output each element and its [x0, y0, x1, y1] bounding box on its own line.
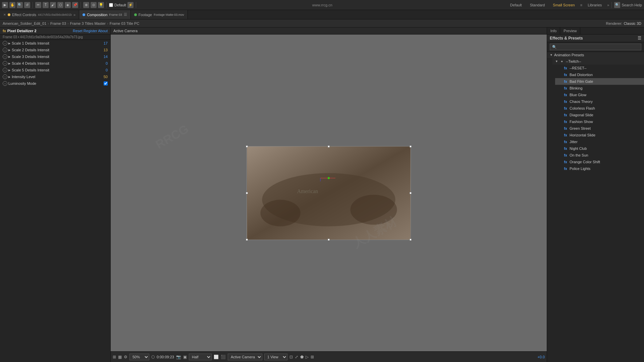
quality-select[interactable]: Half Full Quarter [189, 354, 212, 360]
tab-small-screen[interactable]: Small Screen [550, 2, 577, 8]
frame-icon[interactable]: ▣ [183, 355, 187, 359]
prop-scale5[interactable]: ○ ▶ Scale 5 Details Intensit 0 [0, 67, 110, 73]
twitch-group-header[interactable]: ▼ ✦ --Twitch-- [552, 58, 644, 65]
prop-value-intensity[interactable]: 50 [104, 75, 108, 79]
preset-bad-film-gate[interactable]: fx Bad Film Gate [555, 78, 644, 85]
zoom-tool-icon[interactable]: 🔍 [17, 2, 23, 8]
animation-presets-expand[interactable]: ▼ [550, 53, 553, 57]
camera-select[interactable]: Active Camera [228, 354, 262, 360]
camera-orbit-icon[interactable]: ⊙ [91, 2, 97, 8]
tab-footage[interactable]: Footage Footage Matte-03.mov [131, 10, 188, 19]
preset-blinking[interactable]: fx Blinking [555, 85, 644, 92]
grid-icon[interactable]: ▦ [118, 355, 122, 359]
preview-icon[interactable]: ⬜ [214, 355, 219, 359]
mask-icon[interactable]: ⬟ [300, 355, 304, 359]
preset-bad-distortion[interactable]: fx Bad Distortion [555, 71, 644, 78]
prop-intensity[interactable]: ○ ▶ Intensity Level 50 [0, 73, 110, 80]
breadcrumb-item-2[interactable]: Frame 3 Titles Master [70, 21, 106, 25]
effects-search-input[interactable] [550, 44, 641, 50]
preset-green-street[interactable]: fx Green Street [555, 125, 644, 132]
comp-menu-icon[interactable]: ☰ [124, 12, 127, 17]
tab-standard[interactable]: Standard [527, 2, 548, 8]
preset-police-lights[interactable]: fx Police Lights [555, 165, 644, 172]
breadcrumb-item-3[interactable]: Frame 03 Title PC [110, 21, 140, 25]
comp-canvas[interactable]: American [247, 146, 411, 240]
preset-night-club[interactable]: fx Night Club [555, 145, 644, 152]
rotate-tool-icon[interactable]: ↺ [24, 2, 30, 8]
guide-icon[interactable]: ⊞ [311, 355, 314, 359]
reset-btn[interactable]: Reset [73, 29, 83, 33]
prop-expand-intensity[interactable]: ▶ [8, 75, 10, 78]
brush-tool-icon[interactable]: 🖌 [50, 2, 56, 8]
fullscreen-icon[interactable]: ⤢ [295, 355, 298, 359]
breadcrumb-item-1[interactable]: Frame 03 [50, 21, 66, 25]
prop-scale4[interactable]: ○ ▶ Scale 4 Details Intensit 0 [0, 60, 110, 67]
preset-jitter[interactable]: fx Jitter [555, 138, 644, 145]
light-tool-icon[interactable]: 💡 [98, 2, 104, 8]
effects-menu-icon[interactable]: ☰ [638, 36, 641, 41]
layout-icon[interactable]: ⊡ [289, 355, 293, 359]
prop-scale1[interactable]: ○ ▶ Scale 1 Details Intensit 17 [0, 40, 110, 47]
select-tool-icon[interactable]: ▶ [2, 2, 8, 8]
prop-expand-scale4[interactable]: ▶ [8, 62, 10, 65]
luminosity-checkbox[interactable] [104, 81, 108, 85]
tab-close-ec[interactable]: ✕ [3, 13, 6, 16]
render-icon[interactable]: ▷ [306, 355, 309, 359]
prop-expand-scale1[interactable]: ▶ [8, 42, 10, 45]
preset-colorless-flash[interactable]: fx Colorless Flash [555, 105, 644, 112]
prop-value-scale3[interactable]: 14 [104, 55, 108, 59]
stamp-tool-icon[interactable]: ⬡ [57, 2, 63, 8]
corner-mt[interactable] [328, 145, 330, 147]
prop-value-scale4[interactable]: 0 [106, 61, 108, 65]
prop-value-scale1[interactable]: 17 [104, 41, 108, 45]
settings-icon[interactable]: ⚙ [124, 355, 127, 359]
tab-effect-controls[interactable]: ✕ Effect Controls 4417cfd1c9a0b6cde601b … [0, 10, 79, 19]
corner-mr[interactable] [410, 192, 412, 194]
about-btn[interactable]: About [98, 29, 108, 33]
preset-blue-glow[interactable]: fx Blue Glow [555, 92, 644, 98]
text-tool-icon[interactable]: T [43, 2, 49, 8]
corner-bl[interactable] [246, 239, 248, 241]
tab-default[interactable]: Default [507, 2, 525, 8]
breadcrumb-item-0[interactable]: American_Soldier_Edit_01 [3, 21, 46, 25]
corner-tr[interactable] [410, 145, 412, 147]
snapping-checkbox[interactable] [109, 3, 113, 7]
corner-br[interactable] [410, 239, 412, 241]
camera-icon[interactable]: 📷 [176, 355, 181, 359]
prop-scale2[interactable]: ○ ▶ Scale 2 Details Intensit 13 [0, 47, 110, 53]
prop-scale3[interactable]: ○ ▶ Scale 3 Details Intensit 14 [0, 53, 110, 60]
register-btn[interactable]: Register [84, 29, 97, 33]
expand-icon[interactable]: ≡ [580, 3, 582, 7]
pin-tool-icon[interactable]: 📌 [72, 2, 78, 8]
ec-expand-icon[interactable]: » [73, 13, 75, 17]
preset-horizontal-slide[interactable]: fx Horizontal Slide [555, 132, 644, 138]
hand-tool-icon[interactable]: ✋ [9, 2, 15, 8]
corner-ml[interactable] [246, 192, 248, 194]
zoom-select[interactable]: 50% 100% 25% [129, 354, 149, 360]
prop-value-scale2[interactable]: 13 [104, 48, 108, 52]
prop-expand-scale3[interactable]: ▶ [8, 55, 10, 58]
prop-value-scale5[interactable]: 0 [106, 68, 108, 72]
preset-reset[interactable]: fx --RESET-- [555, 65, 644, 71]
preset-diagonal-slide[interactable]: fx Diagonal Slide [555, 112, 644, 118]
tab-libraries[interactable]: Libraries [585, 2, 604, 8]
comp-viewport[interactable]: American RRCG 人人素材 [111, 35, 547, 351]
preset-orange-color-shift[interactable]: fx Orange Color Shift [555, 159, 644, 165]
prop-luminosity[interactable]: ○ Luminosity Mode [0, 80, 110, 87]
region-icon[interactable]: ⬡ [151, 355, 155, 359]
twitch-expand[interactable]: ▼ [555, 60, 558, 63]
prop-expand-scale5[interactable]: ▶ [8, 69, 10, 72]
tab-info[interactable]: Info [547, 27, 560, 34]
snap-icon[interactable]: ⊞ [113, 355, 116, 359]
preset-chaos-theory[interactable]: fx Chaos Theory [555, 98, 644, 105]
magnet-icon[interactable]: ⚡ [127, 2, 133, 8]
prop-expand-scale2[interactable]: ▶ [8, 49, 10, 52]
preset-fashion-show[interactable]: fx Fashion Show [555, 118, 644, 125]
preset-on-the-sun[interactable]: fx On the Sun [555, 152, 644, 159]
more-icon[interactable]: » [607, 3, 609, 7]
corner-mb[interactable] [328, 239, 330, 241]
corner-tl[interactable] [246, 145, 248, 147]
search-help[interactable]: Search Help [622, 3, 642, 7]
anchor-tool-icon[interactable]: ⊕ [83, 2, 89, 8]
search-toolbar-icon[interactable]: 🔍 [614, 2, 620, 8]
